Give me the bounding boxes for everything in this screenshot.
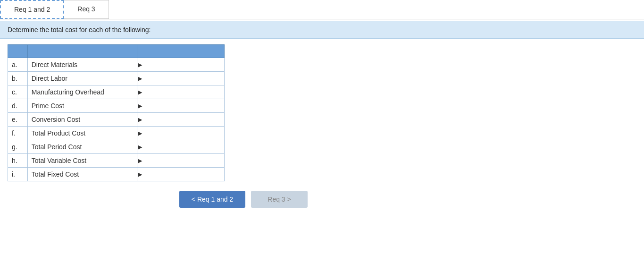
cell-value: ▶ <box>137 99 224 113</box>
input-wrapper: ▶ <box>137 168 224 181</box>
value-input[interactable] <box>137 73 224 84</box>
page-wrapper: Req 1 and 2 Req 3 Determine the total co… <box>0 0 644 272</box>
nav-buttons: < Req 1 and 2 Req 3 > <box>179 191 644 208</box>
cell-value: ▶ <box>137 154 224 168</box>
next-button-label: Req 3 > <box>268 196 291 203</box>
value-input[interactable] <box>137 114 224 125</box>
input-wrapper: ▶ <box>137 113 224 126</box>
input-wrapper: ▶ <box>137 127 224 140</box>
tab-req-3[interactable]: Req 3 <box>64 0 109 19</box>
value-input[interactable] <box>137 100 224 111</box>
table-row: d.Prime Cost▶ <box>8 99 225 113</box>
table-row: f.Total Product Cost▶ <box>8 127 225 140</box>
input-wrapper: ▶ <box>137 72 224 85</box>
cell-label: Prime Cost <box>27 99 137 113</box>
cell-label: Total Period Cost <box>27 140 137 154</box>
cell-value: ▶ <box>137 85 224 99</box>
cell-value: ▶ <box>137 58 224 72</box>
cell-label: Total Variable Cost <box>27 154 137 168</box>
table-row: h.Total Variable Cost▶ <box>8 154 225 168</box>
cell-letter: h. <box>8 154 28 168</box>
cell-value: ▶ <box>137 113 224 127</box>
table-row: c.Manufacturing Overhead▶ <box>8 85 225 99</box>
table-row: i.Total Fixed Cost▶ <box>8 168 225 181</box>
cell-value: ▶ <box>137 72 224 85</box>
th-letter <box>8 45 28 58</box>
th-label <box>27 45 137 58</box>
table-row: a.Direct Materials▶ <box>8 58 225 72</box>
value-input[interactable] <box>137 128 224 139</box>
table-row: b.Direct Labor▶ <box>8 72 225 85</box>
instruction-text: Determine the total cost for each of the… <box>8 26 151 34</box>
table-row: g.Total Period Cost▶ <box>8 140 225 154</box>
prev-button[interactable]: < Req 1 and 2 <box>179 191 245 208</box>
input-wrapper: ▶ <box>137 140 224 153</box>
cell-value: ▶ <box>137 127 224 140</box>
table-row: e.Conversion Cost▶ <box>8 113 225 127</box>
input-wrapper: ▶ <box>137 85 224 99</box>
cell-letter: i. <box>8 168 28 181</box>
cell-letter: g. <box>8 140 28 154</box>
cell-label: Conversion Cost <box>27 113 137 127</box>
cell-letter: e. <box>8 113 28 127</box>
tab-req-1-and-2-label: Req 1 and 2 <box>14 6 50 13</box>
cell-label: Manufacturing Overhead <box>27 85 137 99</box>
cell-letter: c. <box>8 85 28 99</box>
th-value <box>137 45 224 58</box>
value-input[interactable] <box>137 59 224 70</box>
cell-label: Direct Labor <box>27 72 137 85</box>
value-input[interactable] <box>137 169 224 180</box>
input-wrapper: ▶ <box>137 154 224 167</box>
instruction-bar: Determine the total cost for each of the… <box>0 21 644 39</box>
cell-label: Total Product Cost <box>27 127 137 140</box>
tab-req-1-and-2[interactable]: Req 1 and 2 <box>0 0 64 19</box>
prev-button-label: < Req 1 and 2 <box>192 196 233 203</box>
next-button[interactable]: Req 3 > <box>251 191 308 208</box>
value-input[interactable] <box>137 86 224 98</box>
cell-label: Total Fixed Cost <box>27 168 137 181</box>
cell-letter: f. <box>8 127 28 140</box>
tab-bar: Req 1 and 2 Req 3 <box>0 0 644 19</box>
value-input[interactable] <box>137 141 224 153</box>
input-wrapper: ▶ <box>137 99 224 112</box>
cell-label: Direct Materials <box>27 58 137 72</box>
cell-value: ▶ <box>137 140 224 154</box>
cost-table: a.Direct Materials▶b.Direct Labor▶c.Manu… <box>8 44 225 181</box>
value-input[interactable] <box>137 155 224 166</box>
table-container: a.Direct Materials▶b.Direct Labor▶c.Manu… <box>8 44 644 181</box>
cell-value: ▶ <box>137 168 224 181</box>
input-wrapper: ▶ <box>137 58 224 71</box>
tab-req-3-label: Req 3 <box>77 5 95 13</box>
cell-letter: a. <box>8 58 28 72</box>
cell-letter: d. <box>8 99 28 113</box>
cell-letter: b. <box>8 72 28 85</box>
